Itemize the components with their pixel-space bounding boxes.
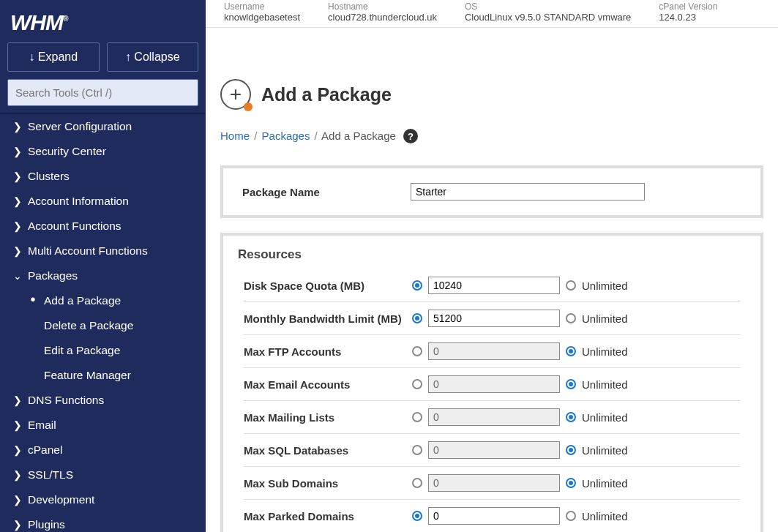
sidebar-item-security-center[interactable]: ❯Security Center — [0, 139, 206, 164]
expand-button[interactable]: ↓ Expand — [7, 42, 100, 72]
sidebar-item-dns-functions[interactable]: ❯DNS Functions — [0, 388, 206, 413]
unlimited-label: Unlimited — [582, 444, 628, 457]
arrow-down-icon: ↓ — [29, 50, 34, 63]
expand-label: Expand — [38, 50, 78, 63]
sidebar-item-server-configuration[interactable]: ❯Server Configuration — [0, 114, 206, 139]
resource-unlimited-radio[interactable] — [566, 346, 576, 356]
collapse-label: Collapse — [134, 50, 179, 63]
sidebar-item-label: SSL/TLS — [28, 468, 73, 482]
crumb-packages[interactable]: Packages — [262, 130, 310, 142]
resource-value-input[interactable] — [428, 375, 560, 393]
package-name-panel: Package Name — [220, 165, 763, 218]
resource-value-input[interactable] — [428, 474, 560, 492]
package-name-label: Package Name — [242, 186, 411, 198]
username-label: Username — [224, 1, 300, 12]
resource-row: Monthly Bandwidth Limit (MB)Unlimited — [244, 302, 740, 335]
resource-value-radio[interactable] — [412, 313, 422, 323]
sidebar-item-label: Packages — [28, 269, 78, 282]
resource-value-input[interactable] — [428, 310, 560, 327]
top-info-bar: Username knowldgebasetest Hostname cloud… — [206, 0, 778, 28]
sidebar-item-delete-a-package[interactable]: Delete a Package — [0, 313, 206, 338]
sidebar-item-account-information[interactable]: ❯Account Information — [0, 189, 206, 214]
resource-value-input[interactable] — [428, 277, 560, 294]
resource-label: Max Parked Domains — [244, 510, 412, 522]
sidebar-item-label: Edit a Package — [44, 344, 120, 357]
help-icon[interactable]: ? — [403, 129, 418, 143]
sidebar-item-label: Clusters — [28, 170, 70, 183]
resource-value-input[interactable] — [428, 441, 560, 459]
resource-row: Max SQL DatabasesUnlimited — [244, 434, 740, 467]
sidebar-item-development[interactable]: ❯Development — [0, 487, 206, 512]
search-input[interactable] — [7, 79, 198, 106]
sidebar-item-packages[interactable]: ⌄Packages — [0, 263, 206, 288]
sidebar-item-label: Security Center — [28, 145, 106, 158]
resource-unlimited-radio[interactable] — [566, 412, 576, 422]
resource-value-radio[interactable] — [412, 379, 422, 389]
sidebar: WHM® ↓ Expand ↑ Collapse ❯Server Configu… — [0, 0, 206, 532]
resource-unlimited-radio[interactable] — [566, 379, 576, 389]
sidebar-item-edit-a-package[interactable]: Edit a Package — [0, 338, 206, 363]
sidebar-item-plugins[interactable]: ❯Plugins — [0, 512, 206, 532]
sidebar-item-account-functions[interactable]: ❯Account Functions — [0, 214, 206, 239]
resource-value-radio[interactable] — [412, 346, 422, 356]
hostname-value: cloud728.thundercloud.uk — [328, 12, 437, 23]
sidebar-item-clusters[interactable]: ❯Clusters — [0, 164, 206, 189]
unlimited-label: Unlimited — [582, 378, 628, 391]
chevron-down-icon: ⌄ — [13, 270, 20, 282]
gear-badge-icon — [244, 102, 253, 111]
sidebar-item-label: Development — [28, 493, 94, 506]
chevron-right-icon: ❯ — [13, 519, 20, 531]
resource-unlimited-radio[interactable] — [566, 478, 576, 488]
sidebar-item-feature-manager[interactable]: Feature Manager — [0, 363, 206, 388]
crumb-current: Add a Package — [321, 130, 396, 142]
sidebar-item-label: Server Configuration — [28, 120, 132, 133]
plus-icon: + — [230, 84, 242, 105]
resource-unlimited-radio[interactable] — [566, 511, 576, 521]
resource-unlimited-radio[interactable] — [566, 445, 576, 455]
sidebar-item-label: DNS Functions — [28, 394, 104, 407]
nav-list: ❯Server Configuration❯Security Center❯Cl… — [0, 113, 206, 532]
os-label: OS — [465, 1, 631, 12]
sidebar-item-email[interactable]: ❯Email — [0, 413, 206, 438]
resources-title: Resources — [223, 236, 760, 269]
resource-unlimited-radio[interactable] — [566, 280, 576, 291]
sidebar-item-add-a-package[interactable]: •Add a Package — [0, 288, 206, 313]
sidebar-item-ssl-tls[interactable]: ❯SSL/TLS — [0, 462, 206, 487]
sidebar-item-cpanel[interactable]: ❯cPanel — [0, 438, 206, 462]
chevron-right-icon: ❯ — [13, 444, 20, 456]
unlimited-label: Unlimited — [582, 345, 628, 358]
resource-value-input[interactable] — [428, 507, 560, 525]
breadcrumb: Home / Packages / Add a Package ? — [220, 129, 763, 143]
resource-unlimited-radio[interactable] — [566, 313, 576, 323]
resource-row: Max Mailing ListsUnlimited — [244, 401, 740, 434]
username-value: knowldgebasetest — [224, 12, 300, 23]
chevron-right-icon: ❯ — [13, 419, 20, 431]
sidebar-item-multi-account-functions[interactable]: ❯Multi Account Functions — [0, 239, 206, 263]
resource-value-radio[interactable] — [412, 445, 422, 455]
collapse-button[interactable]: ↑ Collapse — [107, 42, 199, 72]
page-title: Add a Package — [261, 84, 392, 105]
resource-label: Monthly Bandwidth Limit (MB) — [244, 312, 412, 325]
resource-value-input[interactable] — [428, 342, 560, 360]
unlimited-label: Unlimited — [582, 477, 628, 490]
sidebar-item-label: Add a Package — [44, 294, 121, 307]
add-package-icon: + — [220, 79, 251, 110]
resource-label: Max SQL Databases — [244, 444, 412, 457]
package-name-input[interactable] — [411, 183, 645, 201]
unlimited-label: Unlimited — [582, 411, 628, 424]
chevron-right-icon: ❯ — [13, 121, 20, 132]
chevron-right-icon: ❯ — [13, 494, 20, 506]
crumb-home[interactable]: Home — [220, 130, 250, 142]
unlimited-label: Unlimited — [582, 510, 628, 522]
sidebar-item-label: Feature Manager — [44, 369, 131, 382]
sidebar-item-label: Plugins — [28, 518, 65, 531]
hostname-label: Hostname — [328, 1, 437, 12]
sidebar-item-label: Account Functions — [28, 220, 121, 233]
resource-value-input[interactable] — [428, 408, 560, 426]
resource-value-radio[interactable] — [412, 280, 422, 291]
resource-value-radio[interactable] — [412, 478, 422, 488]
resource-value-radio[interactable] — [412, 511, 422, 521]
resource-value-radio[interactable] — [412, 412, 422, 422]
resource-row: Max Sub DomainsUnlimited — [244, 467, 740, 500]
chevron-right-icon: ❯ — [13, 171, 20, 182]
